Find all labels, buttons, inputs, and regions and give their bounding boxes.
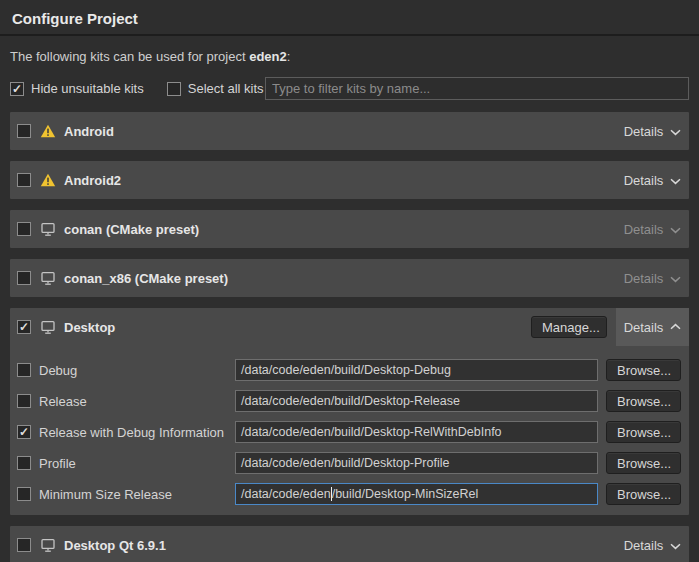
kit-row-android2: Android2 Details (10, 161, 689, 199)
build-configurations: Debug /data/code/eden/build/Desktop-Debu… (10, 359, 689, 505)
select-all-kits-checkbox[interactable]: Select all kits (167, 81, 264, 96)
kit-name: conan (CMake preset) (64, 222, 199, 237)
kit-row-android: Android Details (10, 112, 689, 150)
details-label: Details (624, 124, 664, 139)
config-checkbox[interactable] (17, 394, 31, 408)
details-button[interactable]: Details (616, 308, 689, 346)
chevron-down-icon (670, 227, 681, 234)
build-dir-value: /data/code/eden (241, 487, 331, 501)
build-dir-input[interactable]: /data/code/eden/build/Desktop-Profile (235, 452, 598, 474)
kit-section-desktop: Desktop Manage... Details Debug /data/co… (10, 308, 689, 515)
build-dir-value: /data/code/eden/build/Desktop-Profile (241, 456, 449, 470)
intro-text: The following kits can be used for proje… (10, 49, 689, 64)
browse-button[interactable]: Browse... (606, 390, 681, 412)
kit-name: Desktop (64, 320, 115, 335)
kit-checkbox[interactable] (17, 173, 31, 187)
details-button: Details (616, 210, 689, 248)
config-checkbox[interactable] (17, 363, 31, 377)
build-dir-input[interactable]: /data/code/eden/build/Desktop-RelWithDeb… (235, 421, 598, 443)
config-name: Profile (39, 456, 76, 471)
intro-text-after: : (287, 49, 291, 64)
manage-button[interactable]: Manage... (531, 316, 607, 338)
kit-name: Android2 (64, 173, 121, 188)
kit-filter-input[interactable] (265, 77, 689, 100)
kit-checkbox[interactable] (17, 538, 31, 552)
kit-filter-toolbar: Hide unsuitable kits Select all kits (10, 77, 689, 100)
project-name: eden2 (249, 49, 287, 64)
kit-name: Android (64, 124, 114, 139)
config-checkbox[interactable] (17, 456, 31, 470)
desktop-icon (40, 222, 56, 237)
warning-icon (40, 124, 56, 138)
details-label: Details (624, 320, 664, 335)
details-button[interactable]: Details (616, 526, 689, 562)
kit-name: conan_x86 (CMake preset) (64, 271, 228, 286)
config-label[interactable]: Debug (17, 363, 77, 378)
desktop-icon (40, 538, 56, 553)
config-name: Release with Debug Information (39, 425, 224, 440)
details-label: Details (624, 538, 664, 553)
chevron-down-icon (670, 543, 681, 550)
config-name: Release (39, 394, 87, 409)
config-label[interactable]: Profile (17, 456, 76, 471)
kit-checkbox[interactable] (17, 320, 31, 334)
build-dir-value: /data/code/eden/build/Desktop-Release (241, 394, 460, 408)
build-dir-value: /data/code/eden/build/Desktop-RelWithDeb… (241, 425, 502, 439)
config-row-minsizerel: Minimum Size Release /data/code/eden/bui… (10, 483, 689, 505)
config-name: Debug (39, 363, 77, 378)
desktop-icon (40, 271, 56, 286)
browse-button[interactable]: Browse... (606, 359, 681, 381)
details-label: Details (624, 222, 664, 237)
config-row-release: Release /data/code/eden/build/Desktop-Re… (10, 390, 689, 412)
config-label[interactable]: Release (17, 394, 87, 409)
config-row-debug: Debug /data/code/eden/build/Desktop-Debu… (10, 359, 689, 381)
kit-row-conan: conan (CMake preset) Details (10, 210, 689, 248)
intro-text-before: The following kits can be used for proje… (10, 49, 249, 64)
build-dir-input[interactable]: /data/code/eden/build/Desktop-Release (235, 390, 598, 412)
chevron-down-icon (670, 276, 681, 283)
browse-button[interactable]: Browse... (606, 421, 681, 443)
browse-button[interactable]: Browse... (606, 452, 681, 474)
kit-checkbox[interactable] (17, 222, 31, 236)
kit-row-desktop: Desktop Manage... Details (10, 308, 689, 346)
kit-row-desktop-qt: Desktop Qt 6.9.1 Details (10, 526, 689, 562)
build-dir-value: /build/Desktop-MinSizeRel (332, 487, 479, 501)
config-label[interactable]: Minimum Size Release (17, 487, 172, 502)
kit-name: Desktop Qt 6.9.1 (64, 538, 166, 553)
chevron-down-icon (670, 178, 681, 185)
config-row-relwithdebinfo: Release with Debug Information /data/cod… (10, 421, 689, 443)
config-checkbox[interactable] (17, 487, 31, 501)
config-label[interactable]: Release with Debug Information (17, 425, 224, 440)
configure-project-page: Configure Project The following kits can… (0, 0, 699, 562)
build-dir-value: /data/code/eden/build/Desktop-Debug (241, 363, 451, 377)
browse-button[interactable]: Browse... (606, 483, 681, 505)
build-dir-input[interactable]: /data/code/eden/build/Desktop-MinSizeRel (235, 483, 598, 505)
checkbox-label: Hide unsuitable kits (31, 81, 144, 96)
build-dir-input[interactable]: /data/code/eden/build/Desktop-Debug (235, 359, 598, 381)
hide-unsuitable-kits-checkbox[interactable]: Hide unsuitable kits (10, 81, 144, 96)
details-label: Details (624, 173, 664, 188)
details-label: Details (624, 271, 664, 286)
details-button[interactable]: Details (616, 112, 689, 150)
checkbox[interactable] (167, 82, 181, 96)
details-button: Details (616, 259, 689, 297)
config-name: Minimum Size Release (39, 487, 172, 502)
kit-checkbox[interactable] (17, 124, 31, 138)
checkbox[interactable] (10, 82, 24, 96)
chevron-down-icon (670, 129, 681, 136)
config-checkbox[interactable] (17, 425, 31, 439)
desktop-icon (40, 320, 56, 335)
warning-icon (40, 173, 56, 187)
page-title: Configure Project (0, 0, 699, 36)
kit-row-conan-x86: conan_x86 (CMake preset) Details (10, 259, 689, 297)
kit-checkbox[interactable] (17, 271, 31, 285)
checkbox-label: Select all kits (188, 81, 264, 96)
chevron-up-icon (670, 323, 681, 330)
config-row-profile: Profile /data/code/eden/build/Desktop-Pr… (10, 452, 689, 474)
details-button[interactable]: Details (616, 161, 689, 199)
